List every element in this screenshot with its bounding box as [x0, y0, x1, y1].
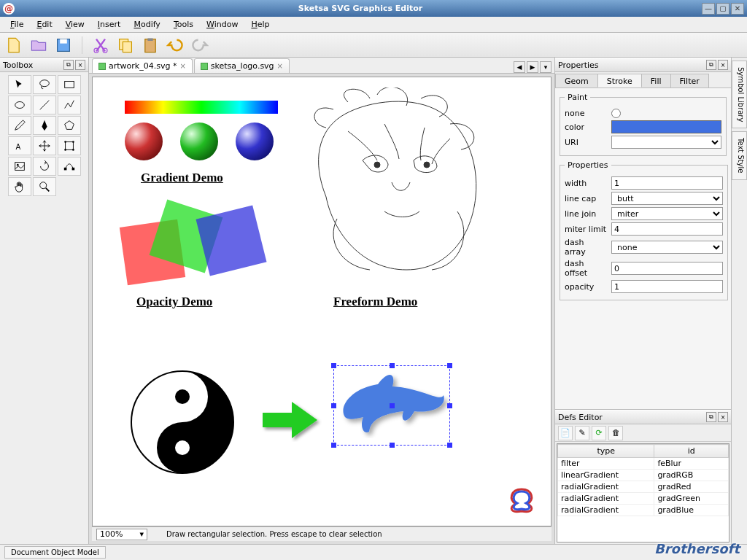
- tab-fill[interactable]: Fill: [641, 74, 671, 88]
- save-file-icon[interactable]: [54, 36, 73, 55]
- defs-delete-icon[interactable]: 🗑: [608, 426, 623, 440]
- canvas[interactable]: Gradient Demo Opacity Demo: [92, 77, 551, 526]
- svg-rect-13: [65, 142, 73, 150]
- defs-toolbar: 📄 ✎ ⟳ 🗑: [555, 424, 731, 442]
- tab-stroke[interactable]: Stroke: [597, 74, 642, 88]
- defs-close-icon[interactable]: ×: [718, 412, 728, 422]
- tab-label: artwork_04.svg *: [109, 61, 177, 71]
- defs-col-id[interactable]: id: [654, 445, 729, 458]
- zoom-input[interactable]: 100%▾: [96, 529, 147, 540]
- toolbox-header: Toolbox ⧉ ×: [0, 58, 88, 72]
- canvas-footer: 100%▾ Draw rectangular selection. Press …: [92, 526, 551, 541]
- undo-icon[interactable]: [166, 36, 185, 55]
- paint-none-radio[interactable]: [611, 109, 621, 118]
- tool-select[interactable]: [8, 75, 31, 94]
- tab-logo[interactable]: sketsa_logo.svg ×: [194, 58, 290, 73]
- properties-title: Properties: [558, 61, 599, 70]
- tab-artwork[interactable]: artwork_04.svg * ×: [92, 58, 193, 73]
- tool-rectangle[interactable]: [58, 75, 81, 94]
- stroke-linejoin-select[interactable]: miter: [611, 207, 723, 220]
- tab-menu-icon[interactable]: ▾: [540, 61, 551, 73]
- menu-insert[interactable]: Insert: [92, 18, 127, 31]
- tool-move[interactable]: [33, 136, 56, 155]
- defs-header: Defs Editor ⧉ ×: [555, 410, 731, 424]
- menu-view[interactable]: View: [60, 18, 90, 31]
- tool-polyline[interactable]: [58, 96, 81, 114]
- stroke-dasharray-select[interactable]: none: [611, 241, 723, 254]
- paint-color-swatch[interactable]: [611, 120, 721, 133]
- label-freeform: Freeform Demo: [333, 295, 417, 309]
- app-icon: @: [3, 3, 15, 15]
- tab-geom[interactable]: Geom: [555, 74, 598, 88]
- copy-icon[interactable]: [116, 36, 135, 55]
- tab-close-icon[interactable]: ×: [179, 62, 185, 70]
- properties-tabs: Geom Stroke Fill Filter: [555, 72, 731, 88]
- tab-next-icon[interactable]: ▶: [527, 61, 538, 73]
- close-button[interactable]: ✕: [731, 3, 744, 15]
- paste-icon[interactable]: [141, 36, 160, 55]
- tab-close-icon[interactable]: ×: [277, 62, 283, 70]
- tool-image[interactable]: [8, 157, 31, 176]
- tool-line[interactable]: [33, 96, 56, 114]
- tab-label: sketsa_logo.svg: [211, 61, 274, 71]
- stroke-opacity-input[interactable]: [611, 280, 723, 293]
- stroke-dashoffset-input[interactable]: [611, 262, 723, 275]
- sphere-red: [125, 122, 163, 160]
- svg-point-10: [15, 102, 24, 109]
- redo-icon[interactable]: [190, 36, 209, 55]
- stroke-linecap-select[interactable]: butt: [611, 192, 723, 205]
- tool-rotate[interactable]: [33, 157, 56, 176]
- defs-pin-icon[interactable]: ⧉: [706, 412, 716, 422]
- menu-window[interactable]: Window: [201, 18, 244, 31]
- svg-point-15: [72, 141, 74, 143]
- tool-polygon[interactable]: [58, 116, 81, 135]
- tab-symbol-library[interactable]: Symbol Library: [732, 61, 747, 128]
- defs-table[interactable]: typeid filterfeBlur linearGradientgradRG…: [557, 443, 729, 542]
- new-file-icon[interactable]: [4, 36, 23, 55]
- tool-hand[interactable]: [8, 177, 31, 196]
- stroke-width-input[interactable]: [611, 176, 723, 190]
- tab-text-style[interactable]: Text Style: [732, 131, 747, 180]
- stroke-miter-input[interactable]: [611, 222, 723, 236]
- tool-pen[interactable]: [33, 116, 56, 135]
- properties-body: Paint none color URI Properties width li…: [555, 88, 731, 409]
- tool-text[interactable]: A: [8, 136, 31, 155]
- minimize-button[interactable]: —: [702, 3, 715, 15]
- properties-close-icon[interactable]: ×: [718, 60, 728, 70]
- defs-edit-icon[interactable]: ✎: [575, 426, 589, 440]
- tool-zoom[interactable]: [33, 177, 56, 196]
- svg-rect-1: [60, 39, 67, 43]
- menu-tools[interactable]: Tools: [168, 18, 199, 31]
- tool-transform[interactable]: [58, 136, 81, 155]
- defs-refresh-icon[interactable]: ⟳: [592, 426, 606, 440]
- toolbox-pin-icon[interactable]: ⧉: [63, 60, 74, 70]
- open-file-icon[interactable]: [29, 36, 48, 55]
- menu-bar: File Edit View Insert Modify Tools Windo…: [0, 17, 747, 33]
- svg-rect-9: [64, 82, 74, 88]
- maximize-button[interactable]: ▢: [716, 3, 729, 15]
- svg-rect-7: [147, 38, 152, 41]
- menu-edit[interactable]: Edit: [31, 18, 58, 31]
- defs-new-icon[interactable]: 📄: [558, 426, 573, 440]
- properties-pin-icon[interactable]: ⧉: [706, 60, 716, 70]
- dom-button[interactable]: Document Object Model: [4, 546, 106, 559]
- cut-icon[interactable]: [91, 36, 110, 55]
- tab-prev-icon[interactable]: ◀: [514, 61, 525, 73]
- svg-point-16: [64, 149, 66, 151]
- menu-modify[interactable]: Modify: [128, 18, 166, 31]
- tool-lasso[interactable]: [33, 75, 56, 94]
- tool-node[interactable]: [58, 157, 81, 176]
- selection-box[interactable]: [333, 365, 450, 446]
- properties-header: Properties ⧉ ×: [555, 58, 731, 72]
- tool-pencil[interactable]: [8, 116, 31, 135]
- toolbox-close-icon[interactable]: ×: [75, 60, 85, 70]
- menu-help[interactable]: Help: [245, 18, 275, 31]
- menu-file[interactable]: File: [4, 18, 29, 31]
- svg-point-8: [39, 80, 49, 87]
- tab-filter[interactable]: Filter: [670, 74, 709, 88]
- stroke-legend: Properties: [565, 160, 611, 170]
- paint-uri-select[interactable]: [611, 136, 721, 149]
- svg-point-14: [64, 141, 66, 143]
- tool-ellipse[interactable]: [8, 96, 31, 114]
- defs-col-type[interactable]: type: [558, 445, 654, 458]
